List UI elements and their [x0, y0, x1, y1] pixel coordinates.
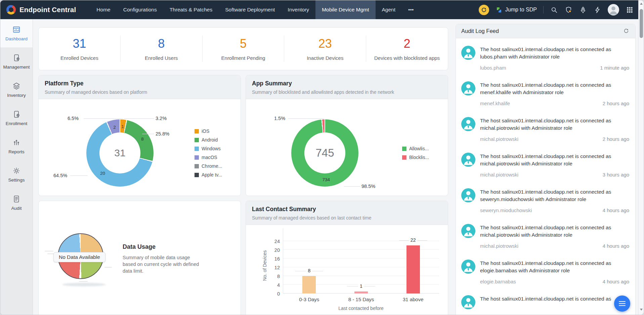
sidebar-item-dashboard[interactable]: Dashboard — [0, 19, 33, 47]
audit-time: 2 hours ago — [603, 136, 629, 142]
legend-swatch — [195, 129, 199, 133]
platform-type-card: Platform Type Summary of managed devices… — [38, 75, 241, 196]
data-usage-description: Summary of mobile data usage based on cu… — [123, 254, 199, 274]
sidebar-item-management[interactable]: Management — [0, 47, 33, 76]
user-avatar-icon — [461, 260, 475, 274]
nav-tab-agent[interactable]: Agent — [376, 0, 402, 19]
segment-value-label: 734 — [322, 177, 330, 182]
sidebar-item-inventory[interactable]: Inventory — [0, 76, 33, 104]
stat-enrolled-users[interactable]: 8 Enrolled Users — [121, 37, 202, 61]
y-axis-tick: 8 — [267, 274, 280, 279]
stat-value: 31 — [73, 37, 86, 51]
sidebar-item-settings[interactable]: Settings — [0, 160, 33, 189]
leader-line — [288, 118, 324, 119]
segment-value-label: 2 — [113, 124, 116, 129]
sidebar-item-label: Dashboard — [5, 36, 28, 41]
legend-swatch — [195, 147, 199, 151]
nav-tab-mobile-device-mgmt[interactable]: Mobile Device Mgmt — [315, 0, 375, 19]
stat-label: Inactive Devices — [307, 55, 343, 61]
floating-menu-button[interactable] — [614, 296, 630, 312]
audit-log-entry: The host salinux01.internal.cloudapp.net… — [461, 188, 629, 213]
audit-log-list: The host salinux01.internal.cloudapp.net… — [456, 38, 635, 309]
bar-0-3-days — [302, 276, 316, 293]
audit-time: 2 hours ago — [603, 101, 629, 106]
stat-devices-with-blocklisted-apps[interactable]: 2 Devices with blocklisted apps — [366, 37, 448, 61]
bar-value-label: 8 — [294, 268, 325, 273]
stat-enrolled-devices[interactable]: 31 Enrolled Devices — [39, 37, 120, 61]
nav-tab-inventory[interactable]: Inventory — [281, 0, 315, 19]
brand[interactable]: Endpoint Central — [0, 5, 76, 14]
stat-label: Enrolled Devices — [60, 55, 98, 61]
left-sidebar: Dashboard Management Inventory Enrollmen… — [0, 19, 33, 315]
nav-tab-home[interactable]: Home — [90, 0, 117, 19]
audit-log-header: Audit Log Feed — [456, 24, 635, 38]
main-content: 31 Enrolled Devices 8 Enrolled Users 5 E… — [33, 19, 454, 315]
stat-inactive-devices[interactable]: 23 Inactive Devices — [284, 37, 366, 61]
scroll-up-arrow-icon[interactable] — [640, 3, 643, 5]
nav-tab-software-deployment[interactable]: Software Deployment — [219, 0, 281, 19]
legend-label: Android — [202, 137, 218, 143]
jump-to-sdp-link[interactable]: Jump to SDP — [496, 6, 537, 13]
bar-31-above — [406, 245, 420, 293]
rocket-icon[interactable] — [579, 6, 587, 14]
sidebar-item-label: Inventory — [7, 93, 26, 98]
audit-message: The host salinux01.internal.cloudapp.net… — [480, 295, 629, 303]
audit-username: lubos.pham — [480, 65, 506, 71]
user-avatar-icon[interactable] — [608, 4, 619, 15]
pie-shadow — [62, 283, 106, 286]
y-axis-tick: 20 — [267, 247, 280, 253]
legend-item-ios[interactable]: iOS — [195, 127, 222, 135]
sync-status-icon[interactable] — [479, 5, 489, 15]
card-subtitle: Summary of managed devices based on last… — [252, 215, 442, 221]
y-axis-tick: 16 — [267, 256, 280, 262]
scrollbar-thumb[interactable] — [640, 9, 643, 38]
nav-tab-more[interactable]: ••• — [402, 0, 420, 19]
data-usage-title: Data Usage — [123, 243, 156, 250]
legend-item-apple-tv[interactable]: Apple tv... — [195, 170, 222, 179]
enrollment-icon — [12, 110, 21, 119]
app-summary-legend: Allowlis... Blocklis... — [402, 144, 429, 162]
flash-icon[interactable] — [593, 6, 601, 14]
data-usage-body: No Data Available Data Usage Summary of … — [39, 201, 241, 315]
legend-item-blocklis[interactable]: Blocklis... — [402, 153, 429, 162]
user-avatar-icon — [461, 188, 475, 202]
leader-line — [124, 118, 154, 119]
legend-item-macos[interactable]: macOS — [195, 153, 222, 162]
legend-item-android[interactable]: Android — [195, 135, 222, 144]
card-subtitle: Summary of blocklisted and allowlisted a… — [252, 89, 442, 95]
legend-swatch — [195, 138, 199, 142]
leader-line — [344, 186, 360, 187]
x-axis-category-label: 0-3 Days — [287, 297, 331, 302]
scroll-down-arrow-icon[interactable] — [640, 309, 643, 311]
refresh-icon[interactable] — [623, 28, 630, 35]
shield-notification-icon[interactable] — [564, 6, 572, 14]
audit-log-entry: The host salinux01.internal.cloudapp.net… — [461, 153, 629, 178]
last-contact-bar-chart: 0481216202480-3 Days18 - 15 Days2231 abo… — [283, 238, 439, 293]
legend-item-windows[interactable]: Windows — [195, 144, 222, 153]
audit-message: The host salinux01.internal.cloudapp.net… — [480, 153, 629, 167]
callout-windows-pct: 64.5% — [53, 173, 67, 178]
app-summary-chart-area: 745 734 1.5% 98.5% Allowlis... Blocklis.… — [246, 99, 448, 196]
search-icon[interactable] — [550, 6, 558, 14]
legend-item-allowlis[interactable]: Allowlis... — [402, 144, 429, 153]
divider — [543, 6, 544, 13]
donut-center-total: 745 — [304, 132, 345, 173]
legend-item-chrome[interactable]: Chrome... — [195, 162, 222, 170]
audit-log-entry: The host salinux01.internal.cloudapp.net… — [461, 81, 629, 106]
sidebar-item-label: Settings — [8, 178, 25, 183]
audit-username: elogie.barnabas — [480, 279, 516, 284]
sidebar-item-reports[interactable]: Reports — [0, 132, 33, 160]
leader-line — [142, 134, 154, 134]
audit-username: menef.khalife — [480, 101, 510, 106]
sidebar-item-enrollment[interactable]: Enrollment — [0, 104, 33, 132]
nav-tab-configurations[interactable]: Configurations — [117, 0, 163, 19]
vertical-scrollbar[interactable] — [638, 0, 644, 315]
callout-android-pct: 25.8% — [156, 131, 169, 136]
stat-enrollment-pending[interactable]: 5 Enrollment Pending — [203, 37, 284, 61]
sidebar-item-audit[interactable]: Audit — [0, 189, 33, 217]
y-axis-tick: 24 — [267, 239, 280, 244]
nav-tab-threats-patches[interactable]: Threats & Patches — [163, 0, 219, 19]
sidebar-item-label: Reports — [8, 149, 24, 154]
audit-username: michal.piotrowski — [480, 243, 518, 249]
apps-grid-icon[interactable] — [626, 6, 634, 14]
